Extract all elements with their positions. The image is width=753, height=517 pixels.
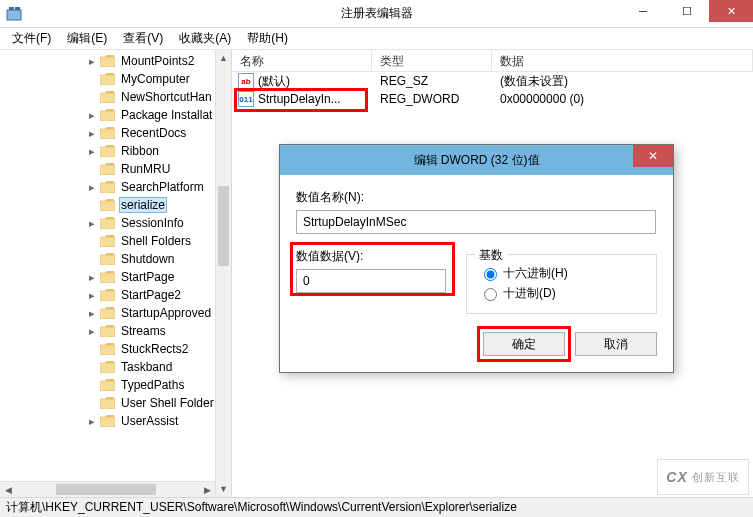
menu-edit[interactable]: 编辑(E)	[59, 28, 115, 49]
cancel-button[interactable]: 取消	[575, 332, 657, 356]
list-header: 名称 类型 数据	[232, 50, 753, 72]
dialog-close-button[interactable]: ✕	[633, 145, 673, 167]
radio-dec-input[interactable]	[484, 288, 497, 301]
menu-help[interactable]: 帮助(H)	[239, 28, 296, 49]
tree-item[interactable]: ▸StartPage2	[0, 286, 231, 304]
expand-icon[interactable]: ▸	[86, 218, 98, 229]
dword-value-icon: 011	[238, 91, 254, 107]
tree-item-label: TypedPaths	[119, 378, 186, 392]
col-name-header[interactable]: 名称	[232, 50, 372, 71]
folder-icon	[100, 289, 115, 301]
expand-icon[interactable]: ▸	[86, 308, 98, 319]
svg-rect-10	[100, 183, 115, 193]
watermark-text: 创新互联	[692, 470, 740, 485]
value-name-input[interactable]	[296, 210, 656, 234]
expand-icon[interactable]: ▸	[86, 128, 98, 139]
list-row[interactable]: ab(默认)REG_SZ(数值未设置)	[232, 72, 753, 90]
tree-item[interactable]: Shutdown	[0, 250, 231, 268]
expand-icon[interactable]: ▸	[86, 110, 98, 121]
tree-item[interactable]: TypedPaths	[0, 376, 231, 394]
tree-item[interactable]: ▸UserAssist	[0, 412, 231, 430]
expand-icon[interactable]: ▸	[86, 146, 98, 157]
tree-item[interactable]: ▸SearchPlatform	[0, 178, 231, 196]
tree-item[interactable]: serialize	[0, 196, 231, 214]
tree-item[interactable]: User Shell Folder	[0, 394, 231, 412]
radio-hex[interactable]: 十六进制(H)	[479, 263, 644, 283]
menu-file[interactable]: 文件(F)	[4, 28, 59, 49]
radio-dec[interactable]: 十进制(D)	[479, 283, 644, 303]
scroll-v-thumb[interactable]	[218, 186, 229, 266]
radio-hex-label: 十六进制(H)	[503, 265, 568, 282]
window-controls: ─ ☐ ✕	[621, 0, 753, 22]
tree-item[interactable]: Shell Folders	[0, 232, 231, 250]
col-type-header[interactable]: 类型	[372, 50, 492, 71]
edit-dword-dialog: 编辑 DWORD (32 位)值 ✕ 数值名称(N): 数值数据(V): 基数 …	[279, 144, 674, 373]
col-data-header[interactable]: 数据	[492, 50, 753, 71]
tree-item[interactable]: ▸SessionInfo	[0, 214, 231, 232]
close-button[interactable]: ✕	[709, 0, 753, 22]
scroll-up-button[interactable]: ▲	[216, 50, 231, 66]
tree-item[interactable]: ▸Package Installat	[0, 106, 231, 124]
folder-icon	[100, 199, 115, 211]
svg-rect-16	[100, 291, 115, 301]
svg-rect-11	[100, 201, 115, 211]
tree-item[interactable]: MyComputer	[0, 70, 231, 88]
scroll-h-thumb[interactable]	[56, 484, 156, 495]
menu-favorites[interactable]: 收藏夹(A)	[171, 28, 239, 49]
tree-item[interactable]: ▸MountPoints2	[0, 52, 231, 70]
expand-icon[interactable]: ▸	[86, 326, 98, 337]
value-name-label: 数值名称(N):	[296, 189, 657, 206]
tree-item[interactable]: ▸Ribbon	[0, 142, 231, 160]
expand-icon[interactable]: ▸	[86, 182, 98, 193]
menu-view[interactable]: 查看(V)	[115, 28, 171, 49]
scroll-right-button[interactable]: ▶	[199, 482, 215, 497]
svg-rect-21	[100, 381, 115, 391]
svg-rect-5	[100, 93, 115, 103]
tree-item[interactable]: Taskband	[0, 358, 231, 376]
tree-item-label: RecentDocs	[119, 126, 188, 140]
radio-hex-input[interactable]	[484, 268, 497, 281]
folder-icon	[100, 325, 115, 337]
base-legend: 基数	[475, 247, 507, 264]
tree-item[interactable]: StuckRects2	[0, 340, 231, 358]
tree-item-label: SessionInfo	[119, 216, 186, 230]
ok-button[interactable]: 确定	[483, 332, 565, 356]
folder-icon	[100, 343, 115, 355]
scroll-left-button[interactable]: ◀	[0, 482, 16, 497]
base-fieldset: 基数 十六进制(H) 十进制(D)	[466, 254, 657, 314]
expand-icon[interactable]: ▸	[86, 416, 98, 427]
tree-item[interactable]: ▸StartPage	[0, 268, 231, 286]
tree-item[interactable]: ▸StartupApproved	[0, 304, 231, 322]
expand-icon[interactable]: ▸	[86, 56, 98, 67]
folder-icon	[100, 55, 115, 67]
scroll-v-track[interactable]	[216, 66, 231, 481]
tree-item-label: MountPoints2	[119, 54, 196, 68]
tree-h-scrollbar[interactable]: ◀ ▶	[0, 481, 215, 497]
tree-item[interactable]: ▸RecentDocs	[0, 124, 231, 142]
minimize-button[interactable]: ─	[621, 0, 665, 22]
expand-icon[interactable]: ▸	[86, 290, 98, 301]
tree-item[interactable]: NewShortcutHan	[0, 88, 231, 106]
tree-item-label: RunMRU	[119, 162, 172, 176]
folder-icon	[100, 271, 115, 283]
tree-item[interactable]: ▸Streams	[0, 322, 231, 340]
maximize-button[interactable]: ☐	[665, 0, 709, 22]
tree-item[interactable]: RunMRU	[0, 160, 231, 178]
svg-rect-8	[100, 147, 115, 157]
dialog-body: 数值名称(N): 数值数据(V): 基数 十六进制(H) 十进制(D)	[280, 175, 673, 372]
scroll-h-track[interactable]	[16, 482, 199, 497]
value-data-input[interactable]	[296, 269, 446, 293]
status-bar: 计算机\HKEY_CURRENT_USER\Software\Microsoft…	[0, 497, 753, 517]
svg-rect-18	[100, 327, 115, 337]
expand-icon[interactable]: ▸	[86, 272, 98, 283]
scroll-down-button[interactable]: ▼	[216, 481, 231, 497]
list-row[interactable]: 011StrtupDelayIn...REG_DWORD0x00000000 (…	[232, 90, 753, 108]
tree-v-scrollbar[interactable]: ▲ ▼	[215, 50, 231, 497]
svg-rect-2	[15, 7, 20, 10]
value-data: 0x00000000 (0)	[492, 92, 753, 106]
value-name: (默认)	[258, 73, 290, 90]
tree-item-label: Package Installat	[119, 108, 214, 122]
tree-item-label: StuckRects2	[119, 342, 190, 356]
folder-icon	[100, 127, 115, 139]
dialog-titlebar[interactable]: 编辑 DWORD (32 位)值 ✕	[280, 145, 673, 175]
